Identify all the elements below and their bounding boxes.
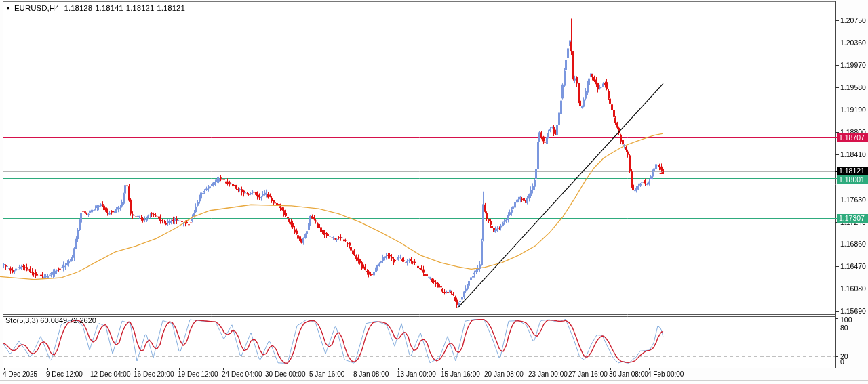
quote-high: 1.18141 <box>95 4 123 12</box>
trading-chart-window: economies.com FxNewsToday ▼EURUSD,H4 1.1… <box>0 0 868 384</box>
quote-open: 1.18128 <box>64 4 93 12</box>
symbol-period-label: EURUSD,H4 <box>14 4 59 12</box>
stochastic-indicator-label: Sto(5,3,3) 60.0849 72.2620 <box>5 316 96 324</box>
quote-close: 1.18121 <box>157 4 185 12</box>
price-chart-canvas[interactable] <box>0 0 868 384</box>
quote-bar: ▼EURUSD,H4 1.181281.181411.181211.18121 <box>5 4 188 12</box>
symbol-dropdown-icon: ▼ <box>5 5 11 12</box>
quote-low: 1.18121 <box>126 4 155 12</box>
